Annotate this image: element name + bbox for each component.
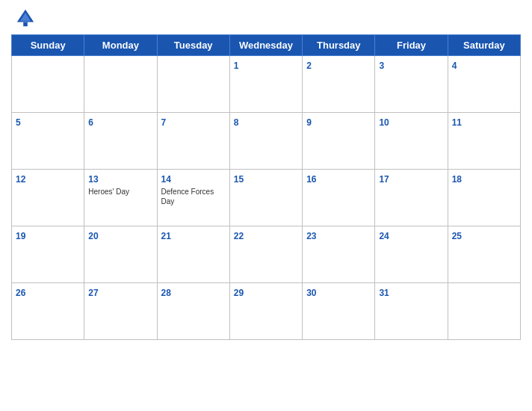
day-number: 8 — [234, 117, 239, 128]
day-number: 19 — [16, 231, 25, 241]
weekday-header-row: Sunday Monday Tuesday Wednesday Thursday… — [12, 35, 521, 56]
calendar-table: Sunday Monday Tuesday Wednesday Thursday… — [11, 34, 521, 340]
day-number: 20 — [88, 231, 98, 241]
calendar-day-cell: 23 — [303, 226, 375, 283]
day-number: 28 — [161, 288, 171, 298]
day-number: 25 — [452, 231, 462, 241]
header-tuesday: Tuesday — [157, 35, 229, 56]
calendar-week-row: 1213Heroes' Day14Defence Forces Day15161… — [12, 170, 521, 226]
day-number: 26 — [16, 288, 25, 298]
calendar-day-cell: 2 — [303, 56, 375, 113]
calendar-day-cell: 15 — [229, 170, 302, 226]
calendar-day-cell: 18 — [448, 170, 520, 226]
calendar-day-cell: 14Defence Forces Day — [157, 170, 229, 226]
calendar-thead: Sunday Monday Tuesday Wednesday Thursday… — [12, 35, 521, 56]
calendar-day-cell: 8 — [229, 113, 302, 170]
day-number: 17 — [379, 174, 389, 185]
calendar-day-cell: 12 — [12, 170, 84, 226]
day-number: 6 — [88, 117, 93, 128]
calendar-day-cell — [157, 56, 229, 113]
calendar-day-cell: 1 — [229, 56, 302, 113]
calendar-body: 12345678910111213Heroes' Day14Defence Fo… — [12, 56, 521, 340]
day-number: 30 — [306, 288, 316, 298]
calendar-day-cell: 10 — [375, 113, 448, 170]
calendar-day-cell: 16 — [303, 170, 375, 226]
header-saturday: Saturday — [448, 35, 520, 56]
day-number: 1 — [234, 61, 239, 71]
day-number: 9 — [306, 117, 312, 128]
calendar-day-cell — [84, 56, 157, 113]
calendar-day-cell: 28 — [157, 283, 229, 340]
calendar-day-cell: 25 — [448, 226, 520, 283]
calendar-day-cell: 29 — [229, 283, 302, 340]
calendar-day-cell: 22 — [229, 226, 302, 283]
calendar-container: Sunday Monday Tuesday Wednesday Thursday… — [0, 0, 532, 411]
day-number: 14 — [161, 174, 171, 185]
calendar-day-cell: 27 — [84, 283, 157, 340]
day-number: 11 — [452, 117, 462, 128]
day-number: 3 — [379, 61, 384, 71]
header-sunday: Sunday — [12, 35, 84, 56]
day-number: 10 — [379, 117, 389, 128]
calendar-day-cell — [12, 56, 84, 113]
day-number: 13 — [88, 174, 98, 185]
calendar-week-row: 1234 — [12, 56, 521, 113]
day-number: 7 — [161, 117, 167, 128]
day-number: 21 — [161, 231, 171, 241]
calendar-header — [11, 7, 521, 28]
calendar-day-cell: 7 — [157, 113, 229, 170]
day-number: 16 — [306, 174, 316, 185]
day-number: 22 — [234, 231, 244, 241]
calendar-day-cell: 3 — [375, 56, 448, 113]
calendar-week-row: 262728293031 — [12, 283, 521, 340]
day-number: 29 — [234, 288, 244, 298]
calendar-day-cell: 21 — [157, 226, 229, 283]
day-number: 12 — [16, 174, 25, 185]
calendar-day-cell: 4 — [448, 56, 520, 113]
calendar-day-cell: 17 — [375, 170, 448, 226]
day-number: 18 — [452, 174, 462, 185]
calendar-day-cell: 20 — [84, 226, 157, 283]
header-monday: Monday — [84, 35, 157, 56]
day-number: 4 — [452, 61, 457, 71]
calendar-week-row: 567891011 — [12, 113, 521, 170]
day-number: 23 — [306, 231, 316, 241]
day-number: 27 — [88, 288, 98, 298]
day-number: 24 — [379, 231, 389, 241]
logo-icon — [15, 7, 36, 28]
logo — [15, 7, 39, 28]
header-thursday: Thursday — [303, 35, 375, 56]
calendar-day-cell: 6 — [84, 113, 157, 170]
day-number: 5 — [16, 117, 21, 128]
calendar-day-cell: 26 — [12, 283, 84, 340]
header-friday: Friday — [375, 35, 448, 56]
calendar-day-cell: 11 — [448, 113, 520, 170]
holiday-label: Heroes' Day — [88, 187, 152, 197]
calendar-day-cell — [448, 283, 520, 340]
day-number: 31 — [379, 288, 389, 298]
calendar-week-row: 19202122232425 — [12, 226, 521, 283]
holiday-label: Defence Forces Day — [161, 187, 226, 206]
day-number: 15 — [234, 174, 244, 185]
calendar-day-cell: 24 — [375, 226, 448, 283]
header-wednesday: Wednesday — [229, 35, 302, 56]
calendar-day-cell: 31 — [375, 283, 448, 340]
day-number: 2 — [306, 61, 312, 71]
calendar-day-cell: 19 — [12, 226, 84, 283]
svg-rect-3 — [23, 22, 28, 27]
calendar-day-cell: 5 — [12, 113, 84, 170]
calendar-day-cell: 9 — [303, 113, 375, 170]
calendar-day-cell: 13Heroes' Day — [84, 170, 157, 226]
calendar-day-cell: 30 — [303, 283, 375, 340]
